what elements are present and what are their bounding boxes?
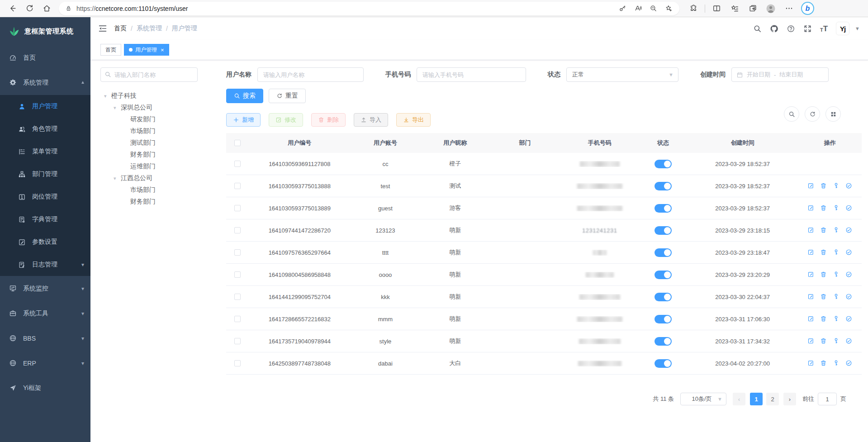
header-search-icon[interactable] <box>753 24 762 33</box>
row-assign-role-button[interactable] <box>845 360 853 367</box>
row-reset-password-button[interactable] <box>833 227 840 234</box>
status-toggle[interactable] <box>655 271 672 279</box>
row-delete-button[interactable] <box>820 204 827 212</box>
import-button[interactable]: 导入 <box>354 113 388 127</box>
row-edit-button[interactable] <box>807 204 815 212</box>
reset-button[interactable]: 重置 <box>269 89 306 103</box>
tree-expand-icon[interactable]: ▾ <box>104 93 111 99</box>
sidebar-item-yi[interactable]: Yi框架 <box>0 375 90 400</box>
sidebar-item-home[interactable]: 首页 <box>0 45 90 70</box>
status-toggle[interactable] <box>655 359 672 368</box>
address-bar[interactable]: https://ccnetcore.com:1101/system/user <box>59 2 679 15</box>
row-checkbox[interactable] <box>234 161 241 167</box>
status-toggle[interactable] <box>655 337 672 346</box>
row-checkbox[interactable] <box>234 271 241 278</box>
row-delete-button[interactable] <box>820 227 827 234</box>
status-toggle[interactable] <box>655 226 672 235</box>
row-checkbox[interactable] <box>234 338 241 344</box>
breadcrumb-home[interactable]: 首页 <box>114 24 127 33</box>
row-reset-password-button[interactable] <box>833 360 840 367</box>
row-assign-role-button[interactable] <box>845 227 853 234</box>
sidebar-item-log[interactable]: 日志管理 ▾ <box>0 253 90 276</box>
edit-button[interactable]: 修改 <box>269 113 303 127</box>
page-button-2[interactable]: 2 <box>766 393 779 405</box>
tree-expand-icon[interactable]: ▾ <box>114 105 121 111</box>
tree-node[interactable]: 财务部门 <box>100 196 226 208</box>
row-assign-role-button[interactable] <box>845 315 853 323</box>
search-button[interactable]: 搜索 <box>226 89 263 103</box>
row-edit-button[interactable] <box>807 249 815 256</box>
bing-chat-icon[interactable]: b <box>801 2 814 15</box>
username-input[interactable] <box>257 67 364 82</box>
tree-node[interactable]: 财务部门 <box>100 149 226 161</box>
row-reset-password-button[interactable] <box>833 337 840 345</box>
row-assign-role-button[interactable] <box>845 204 853 212</box>
row-edit-button[interactable] <box>807 271 815 278</box>
row-edit-button[interactable] <box>807 293 815 300</box>
row-checkbox[interactable] <box>234 360 241 366</box>
row-assign-role-button[interactable] <box>845 271 853 278</box>
row-assign-role-button[interactable] <box>845 293 853 300</box>
sidebar-item-dict[interactable]: 字典管理 <box>0 208 90 231</box>
prev-page-button[interactable]: ‹ <box>733 393 745 405</box>
sidebar-item-user[interactable]: 用户管理 <box>0 95 90 118</box>
row-reset-password-button[interactable] <box>833 293 840 300</box>
add-favorite-icon[interactable] <box>662 3 675 14</box>
browser-menu-icon[interactable] <box>781 2 797 15</box>
page-button-1[interactable]: 1 <box>750 393 763 405</box>
help-icon[interactable] <box>787 24 795 33</box>
status-toggle[interactable] <box>655 248 672 257</box>
github-icon[interactable] <box>770 24 778 33</box>
sidebar-fold-icon[interactable] <box>98 24 108 33</box>
close-tab-icon[interactable]: × <box>161 47 164 53</box>
row-delete-button[interactable] <box>820 182 827 190</box>
tab-user-management[interactable]: 用户管理 × <box>124 44 169 56</box>
browser-profile-avatar[interactable] <box>763 2 778 15</box>
collections-icon[interactable] <box>745 2 760 15</box>
tree-node[interactable]: 研发部门 <box>100 114 226 125</box>
zoom-out-icon[interactable] <box>647 3 659 14</box>
row-reset-password-button[interactable] <box>833 204 840 212</box>
select-all-checkbox[interactable] <box>234 140 241 146</box>
row-assign-role-button[interactable] <box>845 249 853 256</box>
table-search-toggle-button[interactable] <box>784 106 799 122</box>
status-select[interactable]: 正常 ▼ <box>566 67 678 82</box>
breadcrumb-system[interactable]: 系统管理 <box>137 24 162 33</box>
sidebar-item-erp[interactable]: ERP ▾ <box>0 351 90 375</box>
department-search-input[interactable] <box>100 67 198 82</box>
sidebar-item-role[interactable]: 角色管理 <box>0 118 90 140</box>
font-size-icon[interactable]: TT <box>820 25 828 33</box>
status-toggle[interactable] <box>655 293 672 301</box>
avatar-caret-icon[interactable]: ▼ <box>855 26 860 31</box>
phone-input[interactable] <box>417 67 526 82</box>
split-screen-icon[interactable] <box>709 2 724 15</box>
row-delete-button[interactable] <box>820 360 827 367</box>
row-checkbox[interactable] <box>234 249 241 256</box>
read-aloud-icon[interactable] <box>631 3 644 14</box>
tab-home[interactable]: 首页 <box>100 44 121 56</box>
fullscreen-icon[interactable] <box>803 24 812 33</box>
add-button[interactable]: 新增 <box>226 113 261 127</box>
export-button[interactable]: 导出 <box>396 113 431 127</box>
row-checkbox[interactable] <box>234 316 241 322</box>
row-checkbox[interactable] <box>234 227 241 233</box>
row-edit-button[interactable] <box>807 227 815 234</box>
tree-expand-icon[interactable]: ▾ <box>114 176 121 181</box>
page-size-select[interactable]: 10条/页 ▼ <box>680 393 726 405</box>
row-reset-password-button[interactable] <box>833 315 840 323</box>
browser-refresh-button[interactable] <box>22 2 37 15</box>
sidebar-item-menu[interactable]: 菜单管理 <box>0 140 90 163</box>
status-toggle[interactable] <box>655 182 672 190</box>
row-assign-role-button[interactable] <box>845 337 853 345</box>
sidebar-item-post[interactable]: 岗位管理 <box>0 185 90 208</box>
sidebar-item-monitor[interactable]: 系统监控 ▾ <box>0 276 90 301</box>
row-delete-button[interactable] <box>820 315 827 323</box>
app-logo[interactable]: 意框架管理系统 <box>0 17 90 45</box>
row-delete-button[interactable] <box>820 293 827 300</box>
row-edit-button[interactable] <box>807 337 815 345</box>
sidebar-item-config[interactable]: 参数设置 <box>0 231 90 253</box>
sidebar-item-system[interactable]: 系统管理 ▾ <box>0 70 90 95</box>
row-reset-password-button[interactable] <box>833 249 840 256</box>
tree-node[interactable]: 市场部门 <box>100 125 226 137</box>
extensions-icon[interactable] <box>686 2 701 15</box>
